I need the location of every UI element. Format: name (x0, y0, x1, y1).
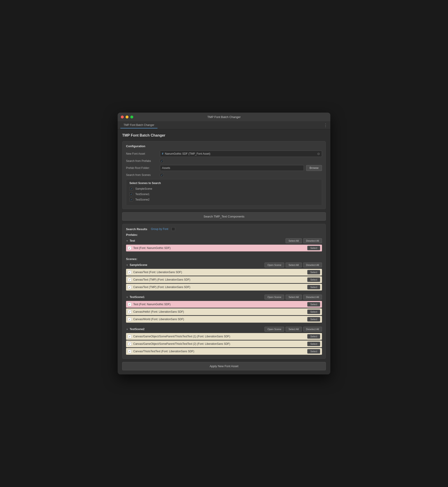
samplescene-select-all-button[interactable]: Select All (286, 262, 302, 267)
result-checkbox[interactable]: ✓ (128, 335, 131, 338)
prefab-group-test-header: ▼ Test Select All Deselect All (126, 238, 322, 243)
scene-checkbox-samplescene[interactable]: ✓ (129, 187, 133, 191)
result-checkbox[interactable]: ✓ (128, 317, 131, 321)
testscene1-item2-select-button[interactable]: Select (307, 309, 320, 314)
testscene2-open-button[interactable]: Open Scene (264, 327, 284, 332)
result-row: ✓ Canvas/Text (TMP) (Font: LiberationSan… (126, 284, 322, 291)
result-row: ✓ Test (Font: NanumGothic SDF) Select (126, 245, 322, 251)
testscene1-select-all-button[interactable]: Select All (286, 295, 302, 299)
search-prefabs-label: Search from Prefabs (126, 159, 158, 163)
result-row: ✓ Test (Font: NanumGothic SDF) Select (126, 301, 322, 308)
testscene1-item3-select-button[interactable]: Select (307, 317, 320, 322)
apply-button[interactable]: Apply New Font Asset (122, 362, 326, 370)
prefab-test-select-all-button[interactable]: Select All (286, 238, 302, 243)
triangle-icon: ▼ (126, 240, 128, 242)
samplescene-item1-select-button[interactable]: Select (307, 270, 320, 275)
scene-group-testscene2: ▼ TestScene2 Open Scene Select All Desel… (126, 327, 322, 355)
window-title: TMP Font Batch Changer (207, 115, 240, 119)
group-by-label[interactable]: Group by Font (151, 228, 168, 231)
tab-bar: TMP Font Batch Changer ⋮ (118, 121, 330, 129)
result-label: Canvas/GameObject/SomeParent/ThisIsTestT… (133, 342, 305, 346)
samplescene-deselect-all-button[interactable]: Deselect All (303, 262, 322, 267)
result-checkbox[interactable]: ✓ (128, 342, 131, 346)
testscene2-item3-select-button[interactable]: Select (307, 349, 320, 353)
font-asset-value: NanumGothic SDF (TMP_Font Asset) (165, 152, 210, 155)
page-title: TMP Font Batch Changer (122, 134, 326, 137)
browse-button[interactable]: Browse (306, 165, 322, 171)
samplescene-item2-select-button[interactable]: Select (307, 277, 320, 282)
result-label: Test (Font: NanumGothic SDF) (133, 246, 305, 250)
scene-group-samplescene-name: SampleScene (130, 263, 263, 267)
prefab-test-deselect-all-button[interactable]: Deselect All (303, 238, 322, 243)
testscene1-item1-select-button[interactable]: Select (307, 302, 320, 306)
scene-item-testscene2: ✓ TestScene2 (129, 198, 319, 201)
maximize-button[interactable] (130, 116, 133, 118)
testscene1-deselect-all-button[interactable]: Deselect All (303, 295, 322, 299)
scene-checkbox-testscene1[interactable]: ✓ (129, 192, 133, 196)
result-label: Test (Font: NanumGothic SDF) (133, 303, 305, 306)
result-label: Canvas/GameObject/SomeParent/ThisIsTestT… (133, 335, 305, 338)
prefab-root-input[interactable] (160, 165, 304, 171)
scene-item-samplescene: ✓ SampleScene (129, 187, 319, 191)
search-button[interactable]: Search TMP_Text Components (122, 212, 326, 221)
scene-group-testscene2-header: ▼ TestScene2 Open Scene Select All Desel… (126, 327, 322, 332)
config-title: Configuration (126, 144, 322, 148)
result-checkbox[interactable]: ✓ (128, 270, 131, 274)
samplescene-item3-select-button[interactable]: Select (307, 285, 320, 289)
select-scenes-title: Select Scenes to Search (129, 181, 319, 185)
search-prefabs-row: Search from Prefabs ✓ (126, 159, 322, 163)
result-row: ✓ Canvas/GameObject/SomeParent/ThisIsTes… (126, 340, 322, 347)
scene-label-testscene1: TestScene1 (135, 193, 150, 196)
font-asset-label: New Font Asset (126, 152, 158, 155)
prefab-root-label: Prefab Root Folder: (126, 166, 158, 170)
tab-tmp-font-batch-changer[interactable]: TMP Font Batch Changer (120, 122, 158, 128)
font-asset-field[interactable]: F NanumGothic SDF (TMP_Font Asset) ⊙ (160, 150, 322, 157)
scene-group-samplescene: ▼ SampleScene Open Scene Select All Dese… (126, 262, 322, 291)
search-prefabs-checkbox[interactable]: ✓ (160, 159, 164, 163)
result-label: Canvas/Text (TMP) (Font: LiberationSans … (133, 278, 305, 281)
window-controls (121, 116, 133, 118)
search-scenes-label: Search from Scenes (126, 173, 158, 177)
search-scenes-checkbox[interactable]: ✓ (160, 173, 164, 177)
group-by-checkbox[interactable] (171, 227, 175, 231)
results-title: Search Results (126, 228, 147, 231)
triangle-icon: ▼ (126, 264, 128, 266)
testscene2-item1-select-button[interactable]: Select (307, 334, 320, 339)
testscene2-select-all-button[interactable]: Select All (286, 327, 302, 332)
scene-label-testscene2: TestScene2 (135, 198, 150, 201)
scene-checkbox-testscene2[interactable]: ✓ (129, 198, 133, 201)
configuration-card: Configuration New Font Asset F NanumGoth… (122, 141, 326, 209)
result-checkbox[interactable]: ✓ (128, 278, 131, 282)
result-checkbox[interactable]: ✓ (128, 285, 131, 289)
prefab-root-row: Prefab Root Folder: Browse (126, 165, 322, 171)
main-content: TMP Font Batch Changer Configuration New… (118, 129, 330, 374)
result-checkbox[interactable]: ✓ (128, 350, 131, 353)
asset-picker-icon[interactable]: ⊙ (317, 152, 320, 156)
result-row: ✓ Canvas/Hello! (Font: LiberationSans SD… (126, 308, 322, 315)
samplescene-open-button[interactable]: Open Scene (264, 262, 284, 267)
result-row: ✓ Canvas/Text (TMP) (Font: LiberationSan… (126, 276, 322, 283)
result-label: Canvas/Test (Font: LiberationSans SDF) (133, 271, 305, 274)
prefab-test-item-select-button[interactable]: Select (307, 246, 320, 250)
prefab-group-test: ▼ Test Select All Deselect All ✓ Test (F… (126, 238, 322, 251)
scene-group-testscene1-header: ▼ TestScene1 Open Scene Select All Desel… (126, 295, 322, 299)
results-header: Search Results Group by Font (126, 227, 322, 231)
testscene2-item2-select-button[interactable]: Select (307, 342, 320, 346)
result-label: Canvas/World (Font: LiberationSans SDF) (133, 318, 305, 321)
prefabs-section-title: Prefabs: (126, 233, 322, 236)
testscene2-deselect-all-button[interactable]: Deselect All (303, 327, 322, 332)
tab-more-icon[interactable]: ⋮ (324, 123, 328, 128)
result-row: ✓ Canvas/Test (Font: LiberationSans SDF)… (126, 269, 322, 276)
main-window: TMP Font Batch Changer TMP Font Batch Ch… (118, 113, 330, 374)
result-row: ✓ Canvas/GameObject/SomeParent/ThisIsTes… (126, 333, 322, 340)
close-button[interactable] (121, 116, 124, 118)
result-label: Canvas/ThisIsTestText (Font: LiberationS… (133, 350, 305, 353)
testscene1-open-button[interactable]: Open Scene (264, 295, 284, 299)
minimize-button[interactable] (126, 116, 128, 118)
result-checkbox[interactable]: ✓ (128, 246, 131, 250)
results-card: Search Results Group by Font Prefabs: ▼ … (122, 224, 326, 359)
scene-group-testscene1-name: TestScene1 (130, 296, 263, 299)
triangle-icon: ▼ (126, 328, 128, 330)
result-checkbox[interactable]: ✓ (128, 303, 131, 306)
result-checkbox[interactable]: ✓ (128, 310, 131, 314)
